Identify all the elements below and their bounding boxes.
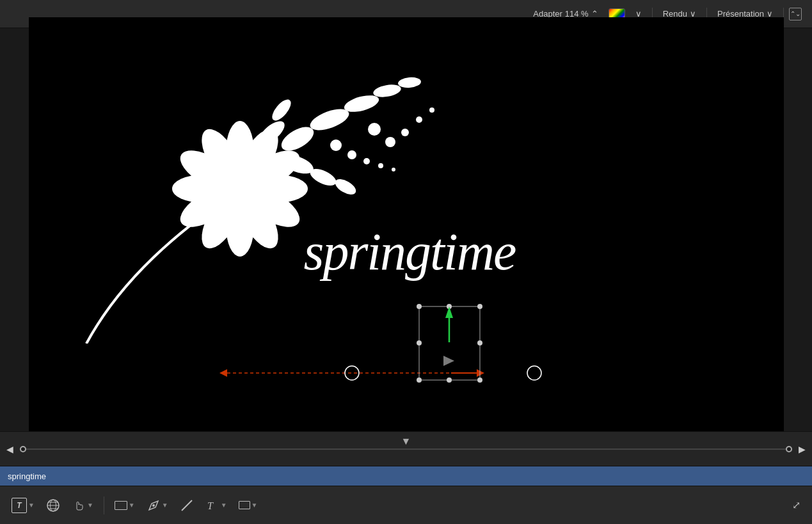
timeline-end-button[interactable]: ▶︎ [799,444,806,454]
svg-text:T: T [207,500,214,511]
timeline-track[interactable]: ▼ [20,449,792,450]
svg-point-16 [372,83,401,99]
svg-point-47 [417,377,422,383]
svg-point-20 [332,176,358,198]
bottom-toolbar: T ▼ ▼ ▼ ▼ [0,486,812,524]
svg-marker-52 [443,356,454,366]
pen-icon [147,498,161,512]
hand-tool-button[interactable]: ▼ [68,496,97,515]
text-tool-button[interactable]: T ▼ [202,496,231,515]
svg-point-32 [392,168,395,171]
svg-point-39 [345,366,359,380]
svg-point-17 [397,76,421,88]
text-tool-chevron: ▼ [28,502,35,509]
pen-tool-button[interactable]: ▼ [143,496,172,515]
line-tool-button[interactable] [176,496,198,515]
svg-point-58 [152,504,155,507]
shape-tool-button[interactable]: ▼ [111,498,139,512]
shape-tool-chevron: ▼ [129,502,135,509]
svg-point-31 [378,163,383,168]
timeline-left-endpoint[interactable] [20,446,26,452]
svg-point-44 [477,304,482,309]
chevron-updown-icon: ⌃⌄ [790,10,800,17]
svg-point-46 [477,340,482,345]
rect-tool-button[interactable]: ▼ [235,498,262,512]
line-icon [180,498,194,512]
window-controls[interactable]: ⌃⌄ [789,8,802,20]
text-tool-icon: T [12,498,27,513]
rect-shape-icon [239,501,250,509]
rect-icon [115,501,127,510]
rect-tool-chevron: ▼ [251,502,258,509]
svg-point-40 [527,366,541,380]
svg-marker-38 [219,369,227,377]
timeline-right-endpoint[interactable] [786,446,792,452]
text-icon-label: T [17,501,21,510]
svg-line-59 [182,500,192,511]
svg-marker-37 [477,369,484,377]
globe-tool-button[interactable] [42,496,64,515]
svg-point-29 [347,150,356,159]
svg-point-23 [368,123,381,136]
svg-point-28 [330,139,342,151]
layer-name: springtime [8,472,46,481]
expand-button[interactable]: ⤢ [788,496,804,514]
springtime-text: springtime [304,222,516,282]
svg-point-49 [477,377,482,383]
layer-bar: springtime [0,466,812,486]
hand-icon [72,498,86,512]
pen-tool-chevron: ▼ [162,502,168,509]
svg-point-30 [363,158,370,164]
toolbar-separator-1 [104,496,104,514]
timeline-start-button[interactable]: ◀︎ [6,444,13,454]
text-icon: T [205,498,219,512]
svg-point-24 [385,137,395,147]
hand-tool-chevron: ▼ [87,502,93,509]
text-tool-chevron2: ▼ [221,502,227,509]
svg-point-48 [447,377,452,383]
svg-point-27 [429,107,434,113]
text-select-tool-button[interactable]: T ▼ [8,495,38,516]
timeline-bar: ◀︎ ▼ ▶︎ [0,431,812,466]
expand-icon: ⤢ [792,499,800,511]
globe-icon [46,498,60,512]
timeline-playhead[interactable]: ▼ [401,436,411,447]
flower-decoration [54,36,451,344]
canvas-area: springtime [0,28,812,431]
svg-point-25 [401,129,409,136]
canvas[interactable]: springtime [29,17,784,443]
svg-point-26 [416,116,422,123]
svg-point-22 [269,96,294,123]
